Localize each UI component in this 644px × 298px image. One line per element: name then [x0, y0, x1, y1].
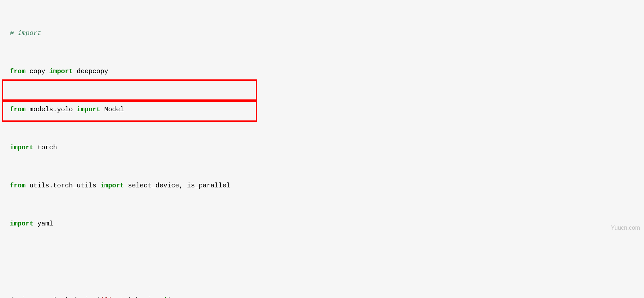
code-line-6: import yaml [0, 219, 644, 228]
code-line-blank-7 [0, 257, 644, 266]
comment: # import [10, 30, 41, 37]
code-line-3: from models.yolo import Model [0, 105, 644, 114]
code-block: # import from copy import deepcopy from … [0, 0, 644, 298]
code-line-4: import torch [0, 143, 644, 152]
code-line-2: from copy import deepcopy [0, 67, 644, 76]
code-line-8: device = select_device('0', batch_size=1… [0, 295, 644, 298]
highlight-box-1 [2, 79, 257, 102]
code-line-1: # import [0, 29, 644, 38]
code-line-5: from utils.torch_utils import select_dev… [0, 181, 644, 190]
